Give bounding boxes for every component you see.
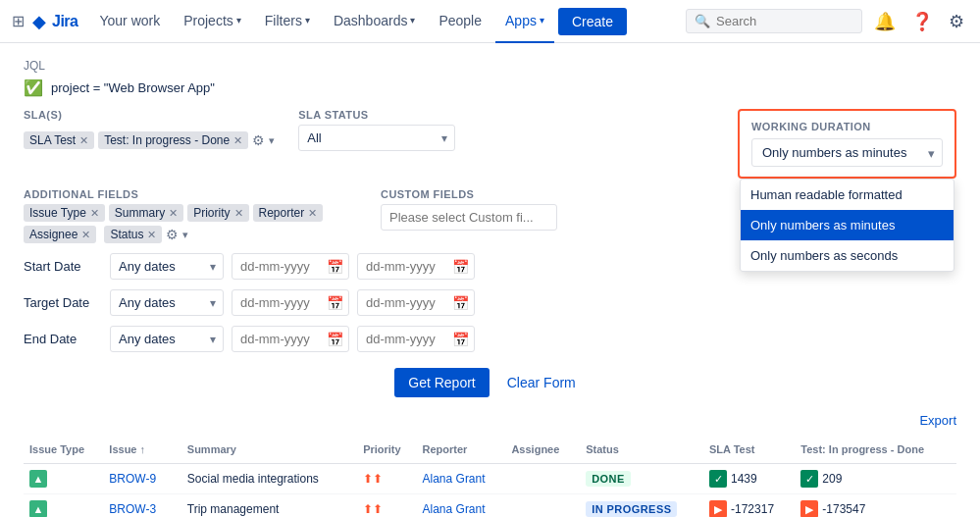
reporter-link[interactable]: Alana Grant bbox=[423, 502, 486, 516]
logo: ◆ Jira bbox=[32, 11, 77, 32]
calendar-icon[interactable]: 📅 bbox=[327, 332, 343, 347]
tag-priority: Priority ✕ bbox=[187, 204, 248, 222]
priority-icon: ⬆⬆ bbox=[363, 502, 383, 516]
create-button[interactable]: Create bbox=[558, 8, 627, 35]
remove-issue-type-tag[interactable]: ✕ bbox=[90, 207, 99, 220]
search-input[interactable] bbox=[716, 14, 853, 28]
export-link[interactable]: Export bbox=[919, 413, 956, 428]
sla-status-select[interactable]: All Breached Completed Ongoing bbox=[298, 125, 455, 151]
end-date-label: End Date bbox=[24, 332, 102, 346]
custom-fields-input[interactable] bbox=[381, 204, 557, 231]
working-duration-dropdown: Human readable formatted Only numbers as… bbox=[740, 179, 954, 272]
wd-option-minutes[interactable]: Only numbers as minutes bbox=[741, 210, 954, 240]
check-icon: ✅ bbox=[24, 78, 43, 97]
start-date-to-wrapper: 📅 bbox=[357, 253, 475, 280]
tag-summary: Summary ✕ bbox=[109, 204, 183, 222]
calendar-icon[interactable]: 📅 bbox=[452, 295, 469, 311]
nav-projects[interactable]: Projects ▾ bbox=[174, 0, 251, 43]
logo-text: Jira bbox=[52, 13, 77, 30]
remove-reporter-tag[interactable]: ✕ bbox=[308, 207, 317, 220]
chevron-down-icon: ▾ bbox=[305, 15, 310, 26]
sla-number: -173547 bbox=[822, 502, 865, 516]
tag-reporter: Reporter ✕ bbox=[253, 204, 324, 222]
sla-tag-1: SLA Test ✕ bbox=[24, 131, 94, 149]
wd-option-seconds[interactable]: Only numbers as seconds bbox=[741, 240, 954, 271]
remove-summary-tag[interactable]: ✕ bbox=[169, 207, 178, 220]
wd-option-human[interactable]: Human readable formatted bbox=[741, 180, 954, 210]
sla-icon: ▶ bbox=[800, 500, 818, 517]
col-issue[interactable]: Issue ↑ bbox=[103, 436, 181, 464]
table-row: ▲BROW-3Trip management⬆⬆Alana GrantIN PR… bbox=[24, 494, 956, 518]
notifications-button[interactable]: 🔔 bbox=[870, 7, 900, 36]
grid-icon[interactable]: ⊞ bbox=[12, 12, 25, 30]
issue-type-cell: ▲ bbox=[24, 464, 103, 494]
remove-status-tag[interactable]: ✕ bbox=[147, 229, 156, 241]
table-row: ▲BROW-9Social media integrations⬆⬆Alana … bbox=[24, 464, 956, 494]
remove-sla-tag-2[interactable]: ✕ bbox=[233, 134, 242, 147]
nav-right: 🔍 🔔 ❓ ⚙ bbox=[686, 7, 968, 36]
gear-icon[interactable]: ⚙ bbox=[166, 227, 179, 242]
col-sla-test2: Test: In progress - Done bbox=[795, 436, 956, 464]
reporter-cell: Alana Grant bbox=[417, 464, 506, 494]
reporter-cell: Alana Grant bbox=[417, 494, 506, 518]
issue-link[interactable]: BROW-3 bbox=[109, 502, 156, 516]
help-button[interactable]: ❓ bbox=[907, 7, 937, 36]
end-date-from-wrapper: 📅 bbox=[232, 326, 349, 352]
calendar-icon[interactable]: 📅 bbox=[452, 332, 469, 347]
target-date-select[interactable]: Any dates Custom range bbox=[110, 289, 224, 316]
priority-cell: ⬆⬆ bbox=[357, 464, 416, 494]
jira-icon: ◆ bbox=[32, 11, 46, 32]
chevron-down-icon[interactable]: ▾ bbox=[269, 134, 275, 147]
col-reporter: Reporter bbox=[417, 436, 506, 464]
nav-apps[interactable]: Apps ▾ bbox=[495, 0, 554, 43]
issue-cell: BROW-9 bbox=[103, 464, 181, 494]
sla-test-cell: ✓1439 bbox=[703, 464, 795, 494]
working-duration-select[interactable]: Human readable formatted Only numbers as… bbox=[751, 138, 943, 167]
issue-link[interactable]: BROW-9 bbox=[109, 472, 156, 486]
chevron-down-icon[interactable]: ▾ bbox=[182, 229, 188, 241]
priority-icon: ⬆⬆ bbox=[363, 472, 383, 486]
col-priority: Priority bbox=[357, 436, 416, 464]
additional-fields-actions: ⚙ ▾ bbox=[166, 227, 188, 242]
sla-number: 209 bbox=[822, 472, 842, 486]
remove-assignee-tag[interactable]: ✕ bbox=[81, 229, 90, 241]
summary-cell: Social media integrations bbox=[181, 464, 357, 494]
sla-label: SLA(s) bbox=[24, 109, 275, 121]
reporter-link[interactable]: Alana Grant bbox=[423, 472, 486, 486]
search-box[interactable]: 🔍 bbox=[686, 9, 862, 33]
issue-cell: BROW-3 bbox=[103, 494, 181, 518]
gear-icon[interactable]: ⚙ bbox=[252, 132, 265, 148]
working-duration-label: Working duration bbox=[751, 121, 943, 132]
remove-sla-tag-1[interactable]: ✕ bbox=[79, 134, 88, 147]
calendar-icon[interactable]: 📅 bbox=[327, 259, 343, 275]
end-date-select[interactable]: Any dates Custom range bbox=[110, 326, 224, 352]
tag-status: Status ✕ bbox=[104, 226, 162, 243]
nav-your-work[interactable]: Your work bbox=[89, 0, 170, 43]
chevron-down-icon: ▾ bbox=[410, 15, 415, 26]
clear-form-button[interactable]: Clear Form bbox=[497, 368, 586, 397]
start-date-from-wrapper: 📅 bbox=[232, 253, 349, 280]
issue-type-icon: ▲ bbox=[29, 470, 47, 488]
jql-value: ✅ project = "Web Browser App" bbox=[24, 78, 956, 97]
sla-test2-value: ✓209 bbox=[800, 470, 951, 488]
get-report-button[interactable]: Get Report bbox=[394, 368, 489, 397]
nav-dashboards[interactable]: Dashboards ▾ bbox=[324, 0, 426, 43]
sla-icon: ▶ bbox=[709, 500, 727, 517]
status-badge: DONE bbox=[586, 471, 631, 487]
start-date-select[interactable]: Any dates Custom range bbox=[110, 253, 224, 280]
nav-people[interactable]: People bbox=[429, 0, 491, 43]
sla-actions: ⚙ ▾ bbox=[252, 132, 275, 148]
sla-group: SLA(s) SLA Test ✕ Test: In progress - Do… bbox=[24, 109, 275, 156]
col-sla-test: SLA Test bbox=[703, 436, 795, 464]
remove-priority-tag[interactable]: ✕ bbox=[234, 207, 243, 220]
nav-filters[interactable]: Filters ▾ bbox=[255, 0, 320, 43]
calendar-icon[interactable]: 📅 bbox=[452, 259, 469, 275]
custom-fields-group: Custom Fields bbox=[381, 188, 557, 231]
settings-button[interactable]: ⚙ bbox=[945, 7, 968, 36]
target-date-to-wrapper: 📅 bbox=[357, 289, 475, 316]
calendar-icon[interactable]: 📅 bbox=[327, 295, 343, 311]
sla-test-value: ▶-172317 bbox=[709, 500, 789, 517]
start-date-label: Start Date bbox=[24, 259, 102, 274]
jql-section: JQL ✅ project = "Web Browser App" bbox=[24, 59, 956, 97]
jql-label: JQL bbox=[24, 59, 956, 73]
